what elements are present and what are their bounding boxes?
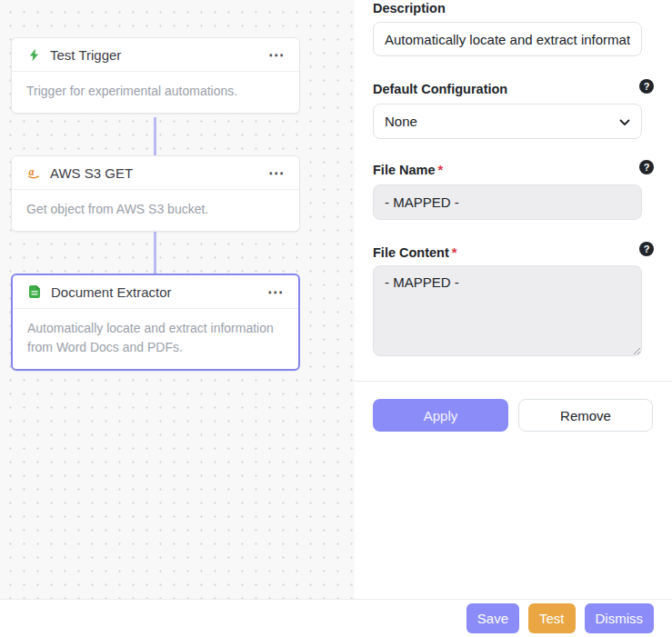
- chevron-down-icon: [619, 114, 630, 129]
- node-header: Test Trigger ⋯: [12, 38, 299, 72]
- document-icon: [27, 284, 42, 299]
- node-test-trigger[interactable]: Test Trigger ⋯ Trigger for experimental …: [11, 37, 300, 114]
- file-content-label-text: File Content: [373, 245, 449, 260]
- dismiss-button[interactable]: Dismiss: [585, 603, 655, 633]
- file-content-label: File Content*: [373, 245, 456, 260]
- node-title: AWS S3 GET: [50, 165, 133, 181]
- node-header: a AWS S3 GET ⋯: [12, 156, 299, 190]
- node-document-extractor[interactable]: Document Extractor ⋯ Automatically locat…: [11, 274, 300, 371]
- node-header: Document Extractor ⋯: [13, 275, 298, 309]
- test-button[interactable]: Test: [528, 603, 576, 633]
- node-menu-button[interactable]: ⋯: [267, 284, 284, 300]
- remove-button[interactable]: Remove: [518, 399, 653, 432]
- default-configuration-select[interactable]: None: [373, 104, 642, 139]
- file-name-input[interactable]: [373, 184, 642, 220]
- node-connector: [154, 229, 156, 274]
- help-icon[interactable]: ?: [639, 79, 654, 94]
- node-aws-s3-get[interactable]: a AWS S3 GET ⋯ Get object from AWS S3 bu…: [11, 155, 300, 232]
- file-name-label-text: File Name: [373, 163, 436, 177]
- file-name-label: File Name*: [373, 163, 443, 177]
- config-panel: Description Default Configuration ? None…: [355, 0, 672, 599]
- description-input[interactable]: [373, 22, 642, 56]
- description-label: Description: [373, 1, 446, 15]
- svg-text:a: a: [29, 165, 35, 178]
- node-title: Test Trigger: [50, 47, 121, 63]
- node-description: Get object from AWS S3 bucket.: [12, 190, 299, 231]
- help-icon[interactable]: ?: [639, 160, 654, 174]
- file-content-textarea[interactable]: - MAPPED -: [373, 265, 642, 356]
- required-asterisk: *: [452, 245, 457, 260]
- node-menu-button[interactable]: ⋯: [268, 47, 285, 63]
- node-connector: [154, 117, 156, 156]
- required-asterisk: *: [438, 163, 444, 177]
- save-button[interactable]: Save: [466, 603, 519, 633]
- apply-button[interactable]: Apply: [373, 399, 508, 432]
- default-configuration-label: Default Configuration: [373, 82, 507, 96]
- node-menu-button[interactable]: ⋯: [268, 165, 285, 181]
- node-description: Trigger for experimental automations.: [12, 72, 299, 113]
- workflow-canvas[interactable]: Test Trigger ⋯ Trigger for experimental …: [0, 0, 355, 599]
- help-icon[interactable]: ?: [639, 242, 654, 256]
- amazon-icon: a: [26, 165, 41, 180]
- node-description: Automatically locate and extract informa…: [13, 309, 298, 369]
- lightning-icon: [26, 47, 41, 62]
- footer-bar: Save Test Dismiss: [0, 599, 672, 637]
- node-title: Document Extractor: [51, 284, 172, 300]
- panel-divider: [355, 381, 672, 382]
- selected-option: None: [385, 114, 417, 129]
